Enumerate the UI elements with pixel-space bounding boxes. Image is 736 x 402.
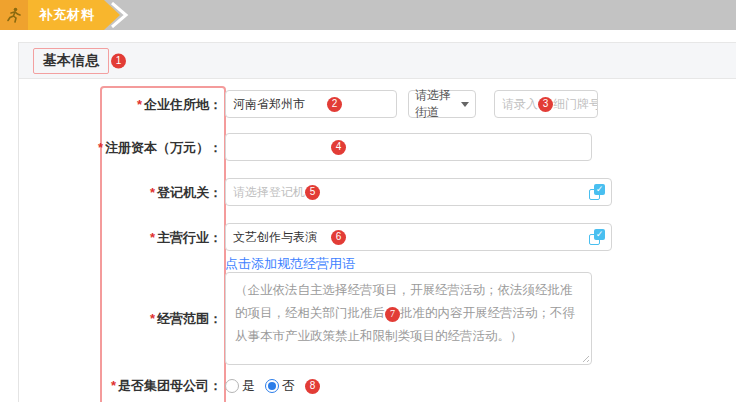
runner-icon-box (0, 0, 28, 30)
required-asterisk: * (111, 378, 116, 393)
group-parent-label: *是否集团母公司： (0, 377, 222, 395)
business-scope-textarea[interactable]: （企业依法自主选择经营项目，开展经营活动；依法须经批准的项目，经相关部门批准后7… (225, 272, 592, 365)
group-parent-radio-group: 是 否 8 (225, 377, 320, 395)
annotation-badge-7: 7 (385, 307, 400, 322)
radio-unchecked-icon[interactable] (225, 379, 239, 393)
authority-picker-icon[interactable]: ✓ (589, 184, 605, 200)
annotation-badge-3: 3 (538, 97, 553, 112)
address-detail-placeholder-before: 请录入 (502, 96, 538, 113)
annotation-badge-4: 4 (331, 140, 346, 155)
address-detail-input[interactable]: 请录入 3 细门牌号,例 (494, 90, 598, 118)
row-registered-capital: *注册资本（万元）： 4 (0, 133, 736, 161)
registered-capital-input[interactable]: 4 (225, 133, 592, 161)
required-asterisk: * (150, 311, 155, 326)
enterprise-address-label: *企业住所地： (0, 96, 222, 114)
main-industry-input[interactable]: 文艺创作与表演 6 ✓ (225, 223, 612, 251)
textarea-resize-handle[interactable] (580, 353, 589, 362)
annotation-badge-2: 2 (327, 97, 342, 112)
runner-icon (7, 7, 21, 23)
annotation-badge-1: 1 (111, 53, 126, 68)
required-asterisk: * (98, 140, 103, 155)
registration-authority-placeholder: 请选择登记机 (233, 184, 305, 201)
required-asterisk: * (137, 97, 142, 112)
annotation-badge-6: 6 (331, 230, 346, 245)
registration-authority-label: *登记机关： (0, 184, 222, 202)
business-scope-label: *经营范围： (0, 310, 222, 328)
annotation-badge-5: 5 (305, 185, 320, 200)
section-title-annotation-box: 基本信息 1 (33, 48, 109, 74)
address-detail-placeholder-after: 细门牌号,例 (553, 96, 598, 113)
street-select-value: 请选择街道 (415, 87, 457, 121)
radio-option-yes[interactable]: 是 (225, 377, 255, 395)
panel-header: 基本信息 1 (19, 43, 736, 79)
step-progress-bar: 补充材料 (0, 0, 736, 30)
step-supplementary-materials[interactable]: 补充材料 (0, 0, 120, 30)
add-standard-scope-link[interactable]: 点击添加规范经营用语 (225, 255, 355, 273)
section-title: 基本信息 (43, 52, 99, 70)
row-enterprise-address: *企业住所地： 河南省郑州市 2 请选择街道 请录入 3 细门牌号,例 (0, 90, 736, 118)
row-registration-authority: *登记机关： 请选择登记机 5 ✓ (0, 178, 736, 206)
industry-picker-icon[interactable]: ✓ (589, 229, 605, 245)
step-label: 补充材料 (34, 0, 100, 30)
required-asterisk: * (150, 230, 155, 245)
chevron-down-icon (461, 102, 469, 107)
registered-capital-label: *注册资本（万元）： (0, 139, 222, 157)
registration-authority-input[interactable]: 请选择登记机 5 ✓ (225, 178, 612, 206)
page: 补充材料 基本信息 1 *企业住所地： 河南省郑州市 2 请选择街道 请录入 (0, 0, 736, 402)
required-asterisk: * (150, 185, 155, 200)
enterprise-address-input[interactable]: 河南省郑州市 2 (225, 90, 397, 118)
main-industry-label: *主营行业： (0, 229, 222, 247)
radio-option-no[interactable]: 否 (265, 377, 295, 395)
main-industry-value: 文艺创作与表演 (233, 229, 317, 246)
row-main-industry: *主营行业： 文艺创作与表演 6 ✓ (0, 223, 736, 251)
radio-checked-icon[interactable] (265, 379, 279, 393)
row-group-parent: *是否集团母公司： 是 否 8 (0, 375, 736, 395)
street-select[interactable]: 请选择街道 (408, 90, 476, 118)
enterprise-address-value: 河南省郑州市 (233, 96, 305, 113)
chevron-separator-icon (108, 2, 130, 28)
annotation-badge-8: 8 (305, 379, 320, 394)
